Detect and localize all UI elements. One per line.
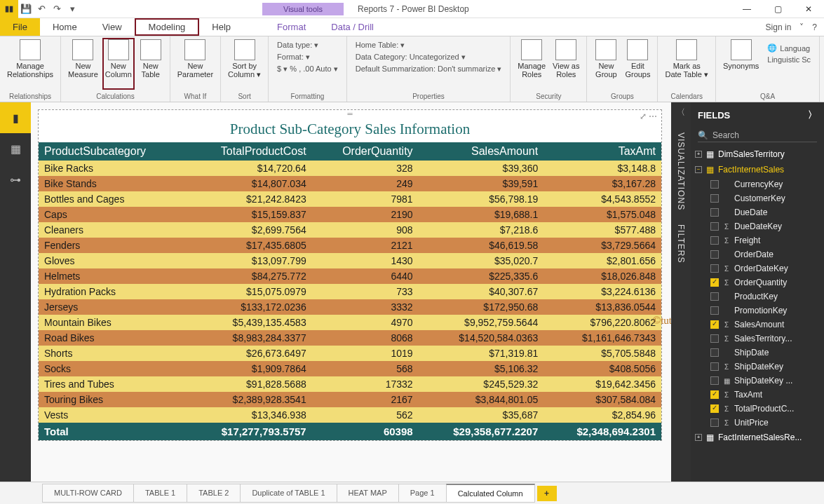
page-tab[interactable]: Calculated Column <box>446 484 535 503</box>
mark-as-date-table-button[interactable]: Mark as Date Table ▾ <box>662 38 710 90</box>
field-checkbox[interactable] <box>710 208 719 217</box>
table-row[interactable]: Fenders$17,435.68052121$46,619.58$3,729.… <box>39 238 661 253</box>
table-row[interactable]: Bike Stands$14,807.034249$39,591$3,167.2… <box>39 176 661 191</box>
table-row[interactable]: Hydration Packs$15,075.0979733$40,307.67… <box>39 284 661 299</box>
page-tab[interactable]: TABLE 2 <box>187 484 241 503</box>
field-item[interactable]: CustomerKey <box>691 191 824 205</box>
new-table-button[interactable]: New Table <box>136 38 166 90</box>
table-row[interactable]: Caps$15,159.8372190$19,688.1$1,575.048 <box>39 207 661 222</box>
report-view-icon[interactable]: ▮ <box>0 102 31 133</box>
visual-grip-icon[interactable]: ═ <box>39 110 661 118</box>
qat-dropdown-icon[interactable]: ▾ <box>65 1 80 17</box>
view-tab[interactable]: View <box>90 18 135 36</box>
field-item[interactable]: ΣOrderQuantity <box>691 275 824 290</box>
collapse-fields-icon[interactable]: 〉 <box>808 109 817 121</box>
column-header[interactable]: TaxAmt <box>543 142 661 161</box>
close-button[interactable]: ✕ <box>793 0 824 18</box>
add-page-button[interactable]: + <box>537 486 557 501</box>
new-column-button[interactable]: New Column <box>102 38 135 90</box>
data-view-icon[interactable]: ▦ <box>0 133 31 164</box>
page-tab[interactable]: HEAT MAP <box>337 484 399 503</box>
field-checkbox[interactable] <box>710 236 719 245</box>
new-measure-button[interactable]: New Measure <box>65 38 101 90</box>
table-row[interactable]: Bottles and Cages$21,242.84237981$56,798… <box>39 191 661 207</box>
field-item[interactable]: ProductKey <box>691 290 824 304</box>
save-icon[interactable]: 💾 <box>18 1 34 17</box>
redo-icon[interactable]: ↷ <box>49 1 65 17</box>
table-row[interactable]: Vests$13,346.938562$35,687$2,854.96 <box>39 407 661 423</box>
field-checkbox[interactable] <box>710 404 719 413</box>
manage-roles-button[interactable]: Manage Roles <box>515 38 548 90</box>
synonyms-button[interactable]: Synonyms <box>720 38 762 90</box>
field-item[interactable]: CurrencyKey <box>691 177 824 191</box>
table-node[interactable]: +▦FactInternetSalesRe... <box>691 430 824 445</box>
field-item[interactable]: ΣTotalProductC... <box>691 402 824 416</box>
maximize-button[interactable]: ▢ <box>762 0 793 18</box>
visualizations-tab[interactable]: VISUALIZATIONS <box>676 132 686 210</box>
field-checkbox[interactable] <box>710 278 719 287</box>
column-header[interactable]: SalesAmount <box>419 142 544 161</box>
undo-icon[interactable]: ↶ <box>34 1 49 17</box>
field-item[interactable]: OrderDate <box>691 247 824 261</box>
data-drill-tab[interactable]: Data / Drill <box>318 18 386 36</box>
page-tab[interactable]: Duplicate of TABLE 1 <box>240 484 337 503</box>
field-checkbox[interactable] <box>710 180 719 189</box>
file-tab[interactable]: File <box>0 18 40 36</box>
data-type-dropdown[interactable]: Data type: ▾ <box>277 41 338 50</box>
table-visual[interactable]: ═ ⤢ ⋯ Product Sub-Category Sales Informa… <box>38 109 662 441</box>
focus-mode-icon[interactable]: ⤢ ⋯ <box>640 111 657 121</box>
field-checkbox[interactable] <box>710 390 719 399</box>
new-group-button[interactable]: New Group <box>591 38 621 90</box>
field-checkbox[interactable] <box>710 334 719 343</box>
field-checkbox[interactable] <box>710 320 719 329</box>
table-row[interactable]: Shorts$26,673.64971019$71,319.81$5,705.5… <box>39 346 661 361</box>
table-row[interactable]: Touring Bikes$2,389,928.35412167$3,844,8… <box>39 392 661 407</box>
home-table-dropdown[interactable]: Home Table: ▾ <box>356 41 502 50</box>
sign-in-link[interactable]: Sign in <box>766 22 792 32</box>
format-dropdown[interactable]: Format: ▾ <box>277 53 338 62</box>
table-row[interactable]: Cleaners$2,699.7564908$7,218.6$577.488 <box>39 222 661 238</box>
filters-tab[interactable]: FILTERS <box>676 224 686 263</box>
edit-groups-button[interactable]: Edit Groups <box>622 38 653 90</box>
table-node[interactable]: +▦DimSalesTerritory <box>691 147 824 162</box>
table-row[interactable]: Jerseys$133,172.02363332$172,950.68$13,8… <box>39 299 661 315</box>
fields-search[interactable]: 🔍 Search <box>698 129 817 142</box>
field-checkbox[interactable] <box>710 376 719 385</box>
manage-relationships-button[interactable]: Manage Relationships <box>4 38 56 90</box>
field-item[interactable]: ΣSalesTerritory... <box>691 332 824 346</box>
field-checkbox[interactable] <box>710 222 719 231</box>
column-header[interactable]: ProductSubcategory <box>39 142 186 161</box>
help-icon[interactable]: ? <box>812 22 817 32</box>
field-checkbox[interactable] <box>710 292 719 301</box>
field-checkbox[interactable] <box>710 348 719 357</box>
field-item[interactable]: ΣOrderDateKey <box>691 261 824 275</box>
modeling-tab[interactable]: Modeling <box>135 18 200 36</box>
new-parameter-button[interactable]: New Parameter <box>175 38 216 90</box>
page-tab[interactable]: Page 1 <box>398 484 447 503</box>
field-item[interactable]: DueDate <box>691 205 824 219</box>
summarization-dropdown[interactable]: Default Summarization: Don't summarize ▾ <box>356 64 502 74</box>
field-item[interactable]: ΣTaxAmt <box>691 388 824 402</box>
column-header[interactable]: TotalProductCost <box>186 142 312 161</box>
field-checkbox[interactable] <box>710 194 719 203</box>
field-item[interactable]: PromotionKey <box>691 304 824 318</box>
field-checkbox[interactable] <box>710 362 719 371</box>
field-item[interactable]: ΣSalesAmount <box>691 318 824 332</box>
language-button[interactable]: 🌐 Languag <box>767 43 811 53</box>
table-row[interactable]: Mountain Bikes$5,439,135.45834970$9,952,… <box>39 315 661 330</box>
table-row[interactable]: Bike Racks$14,720.64328$39,360$3,148.8 <box>39 161 661 176</box>
table-node[interactable]: −▦FactInternetSales <box>691 162 824 177</box>
field-item[interactable]: ShipDate <box>691 346 824 360</box>
table-row[interactable]: Road Bikes$8,983,284.33778068$14,520,584… <box>39 330 661 346</box>
field-checkbox[interactable] <box>710 264 719 273</box>
page-tab[interactable]: MULTI-ROW CARD <box>42 484 134 503</box>
column-header[interactable]: OrderQuantity <box>312 142 419 161</box>
table-row[interactable]: Socks$1,909.7864568$5,106.32$408.5056 <box>39 361 661 376</box>
help-tab[interactable]: Help <box>199 18 243 36</box>
field-item[interactable]: ΣFreight <box>691 233 824 247</box>
data-category-dropdown[interactable]: Data Category: Uncategorized ▾ <box>356 53 502 62</box>
format-tab[interactable]: Format <box>264 18 318 36</box>
linguistic-schema-button[interactable]: Linguistic Sc <box>767 55 811 64</box>
model-view-icon[interactable]: ⊶ <box>0 164 31 195</box>
field-item[interactable]: ΣDueDateKey <box>691 219 824 233</box>
